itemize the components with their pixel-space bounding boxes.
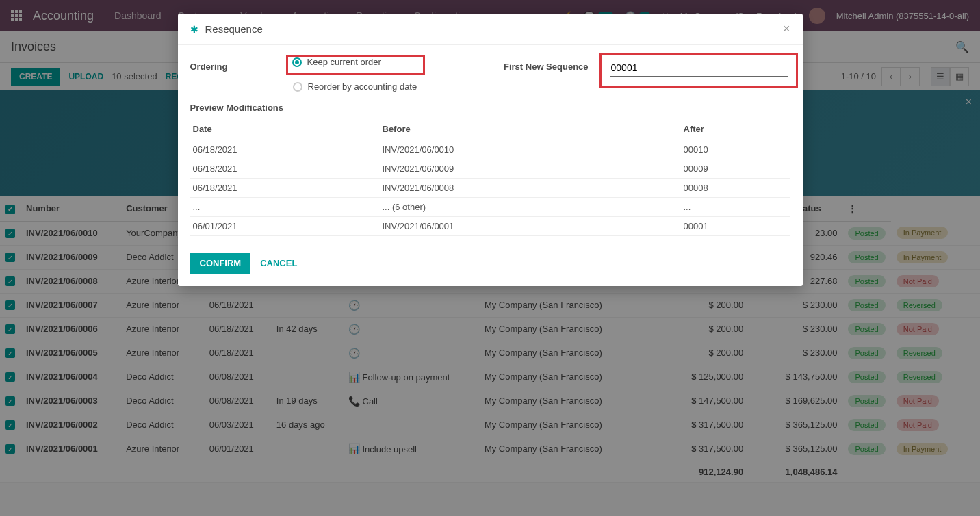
preview-table: Date Before After 06/18/2021INV/2021/06/…	[190, 118, 790, 236]
modal-overlay: ✱ Resequence × Ordering Keep current ord…	[0, 0, 980, 483]
modal-title: Resequence	[205, 23, 263, 35]
preview-row: 06/01/2021INV/2021/06/000100001	[190, 217, 790, 236]
preview-row: ...... (6 other)...	[190, 198, 790, 217]
sequence-input[interactable]	[610, 60, 788, 77]
ordering-label: Ordering	[190, 59, 272, 72]
preview-col-date: Date	[190, 118, 380, 140]
radio-icon	[292, 57, 302, 67]
confirm-button[interactable]: CONFIRM	[190, 253, 251, 274]
radio-reorder-date[interactable]: Reorder by accounting date	[293, 81, 417, 92]
preview-col-after: After	[681, 118, 790, 140]
preview-row: 06/18/2021INV/2021/06/000900009	[190, 159, 790, 179]
preview-col-before: Before	[380, 118, 681, 140]
preview-row: 06/18/2021INV/2021/06/001000010	[190, 140, 790, 159]
sequence-label: First New Sequence	[504, 59, 589, 72]
cancel-button[interactable]: CANCEL	[260, 253, 297, 274]
resequence-modal: ✱ Resequence × Ordering Keep current ord…	[178, 14, 803, 286]
radio-icon	[293, 82, 302, 92]
bug-icon: ✱	[190, 24, 198, 35]
radio-keep-order[interactable]: Keep current order	[292, 57, 417, 67]
preview-label: Preview Modifications	[190, 103, 790, 113]
preview-row: 06/18/2021INV/2021/06/000800008	[190, 179, 790, 198]
close-icon[interactable]: ×	[783, 22, 790, 36]
